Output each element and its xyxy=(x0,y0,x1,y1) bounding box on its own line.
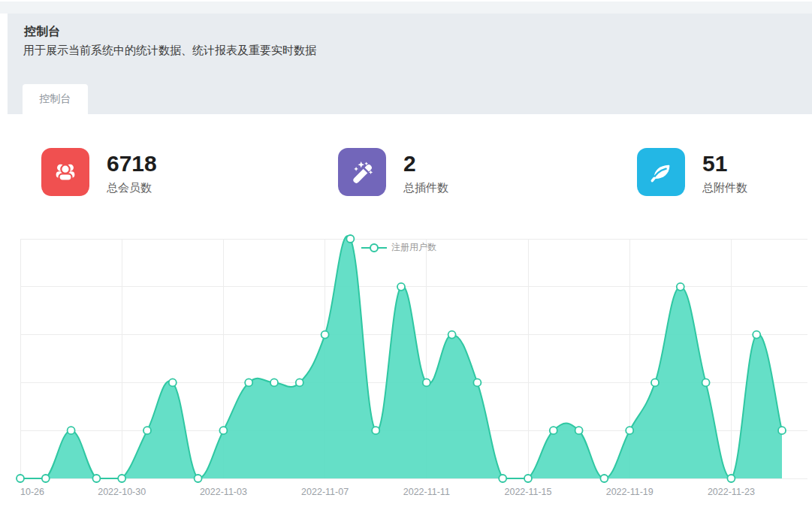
data-point[interactable] xyxy=(296,379,303,386)
data-point[interactable] xyxy=(778,427,786,434)
tab-console-label: 控制台 xyxy=(40,92,71,106)
data-point[interactable] xyxy=(195,475,202,482)
stat-card-members: 6718 总会员数 xyxy=(41,148,157,196)
stat-label-plugins: 总插件数 xyxy=(403,181,448,195)
x-axis-tick-label: 2022-11-11 xyxy=(403,487,450,497)
users-group-icon xyxy=(41,148,89,196)
legend-line-marker-icon xyxy=(361,243,387,253)
data-point[interactable] xyxy=(651,379,659,386)
legend-item-registered-users[interactable]: 注册用户数 xyxy=(361,241,436,254)
data-point[interactable] xyxy=(626,427,633,434)
stat-card-plugins: 2 总插件数 xyxy=(338,148,448,196)
tab-console[interactable]: 控制台 xyxy=(23,84,88,114)
data-point[interactable] xyxy=(169,379,177,386)
stat-value-plugins: 2 xyxy=(403,152,448,175)
dashboard-page: { "page": { "title": "控制台", "subtitle": … xyxy=(0,0,812,528)
x-axis-tick-label: 2022-11-03 xyxy=(200,487,247,497)
x-axis-tick-label: 10-26 xyxy=(20,487,44,497)
data-point[interactable] xyxy=(550,427,557,434)
data-point[interactable] xyxy=(321,331,329,339)
stat-label-attachments: 总附件数 xyxy=(702,181,747,195)
data-point[interactable] xyxy=(727,475,735,482)
data-point[interactable] xyxy=(753,331,760,339)
data-point[interactable] xyxy=(423,379,430,386)
data-point[interactable] xyxy=(118,475,125,482)
data-point[interactable] xyxy=(575,427,583,434)
stat-card-attachments: 51 总附件数 xyxy=(637,148,747,196)
stat-value-members: 6718 xyxy=(107,152,157,175)
x-axis-labels: 10-262022-10-302022-11-032022-11-072022-… xyxy=(20,487,755,497)
x-axis-tick-label: 2022-10-30 xyxy=(98,487,146,497)
data-point[interactable] xyxy=(219,427,227,434)
data-point[interactable] xyxy=(42,475,50,482)
data-point[interactable] xyxy=(17,475,24,482)
data-point[interactable] xyxy=(499,475,506,482)
page-title: 控制台 xyxy=(24,24,60,40)
stat-value-attachments: 51 xyxy=(702,152,747,175)
registered-users-chart[interactable]: 10-262022-10-302022-11-032022-11-072022-… xyxy=(0,225,812,511)
data-point[interactable] xyxy=(372,427,379,434)
stat-label-members: 总会员数 xyxy=(107,181,157,195)
x-axis-tick-label: 2022-11-23 xyxy=(708,487,755,497)
legend-label: 注册用户数 xyxy=(391,241,436,254)
data-point[interactable] xyxy=(702,379,710,386)
data-point[interactable] xyxy=(68,427,75,434)
x-axis-tick-label: 2022-11-07 xyxy=(301,487,349,497)
page-header: 控制台 用于展示当前系统中的统计数据、统计报表及重要实时数据 控制台 xyxy=(8,14,812,114)
magic-wand-icon xyxy=(338,148,386,196)
data-point[interactable] xyxy=(524,475,532,482)
x-axis-tick-label: 2022-11-19 xyxy=(606,487,654,497)
data-point[interactable] xyxy=(397,283,405,291)
data-point[interactable] xyxy=(92,475,100,482)
data-point[interactable] xyxy=(600,475,608,482)
leaf-icon xyxy=(637,148,685,196)
data-point[interactable] xyxy=(143,427,151,434)
data-point[interactable] xyxy=(346,235,354,243)
page-subtitle: 用于展示当前系统中的统计数据、统计报表及重要实时数据 xyxy=(23,44,316,58)
data-point[interactable] xyxy=(448,331,456,339)
data-point[interactable] xyxy=(245,379,252,386)
area-series-fill xyxy=(20,236,782,478)
x-axis-tick-label: 2022-11-15 xyxy=(504,487,551,497)
data-point[interactable] xyxy=(677,283,684,291)
data-point[interactable] xyxy=(270,379,278,386)
data-point[interactable] xyxy=(473,379,481,386)
top-strip xyxy=(0,2,812,14)
